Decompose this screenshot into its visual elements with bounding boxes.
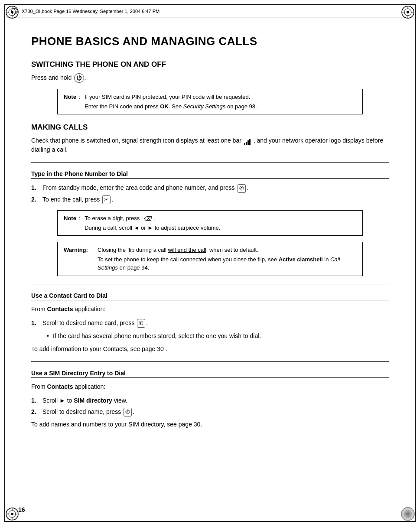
type-number-note-box: Note: To erase a digit, press ⌫. During … <box>57 210 363 236</box>
making-calls-body: Check that phone is switched on, signal … <box>31 136 389 154</box>
contact-card-step-1: 1. Scroll to desired name card, press ✆. <box>31 318 389 328</box>
sim-directory-steps: 1. Scroll ► to SIM directory view. 2. Sc… <box>31 396 389 417</box>
subsection-heading-contact-card: Use a Contact Card to Dial <box>31 292 389 300</box>
section-heading-switching: SWITCHING THE PHONE ON AND OFF <box>31 60 389 69</box>
corner-decoration-br <box>400 506 416 522</box>
contact-card-steps: 1. Scroll to desired name card, press ✆. <box>31 318 389 328</box>
corner-decoration-bl <box>4 506 20 522</box>
sim-directory-footer: To add names and numbers to your SIM dir… <box>31 420 389 429</box>
svg-point-9 <box>407 11 409 13</box>
svg-rect-38 <box>247 140 249 145</box>
svg-rect-36 <box>244 143 245 145</box>
end-call-button-icon: ✂ <box>102 195 111 204</box>
switching-note-line2: Enter the PIN code and press OK. See Sec… <box>85 102 257 111</box>
power-button-icon: ⏻ <box>74 73 84 83</box>
sim-directory-step-2: 2. Scroll to desired name, press ✆. <box>31 407 389 416</box>
call-button-icon-1: ✆ <box>238 184 246 193</box>
svg-point-2 <box>11 11 13 13</box>
contact-card-footer: To add information to your Contacts, see… <box>31 345 389 354</box>
sim-directory-intro: From Contacts application: <box>31 382 389 391</box>
page-border: X700_OI.book Page 16 Wednesday, Septembe… <box>4 4 416 522</box>
switching-note-line1: If your SIM card is PIN protected, your … <box>85 93 257 101</box>
corner-decoration-tl <box>4 4 20 20</box>
page-content: PHONE BASICS AND MANAGING CALLS SWITCHIN… <box>5 17 415 451</box>
type-number-note-line1: To erase a digit, press ⌫. <box>85 214 220 223</box>
divider-type-number <box>31 162 389 163</box>
subsection-heading-sim-directory: Use a SIM Directory Entry to Dial <box>31 370 389 378</box>
type-number-step-1: 1. From standby mode, enter the area cod… <box>31 183 389 192</box>
switching-body: Press and hold ⏻. <box>31 73 389 83</box>
contact-card-bullets: If the card has several phone numbers st… <box>47 331 389 341</box>
call-button-icon-3: ✆ <box>124 408 132 416</box>
contact-card-intro: From Contacts application: <box>31 305 389 314</box>
type-number-note-label: Note <box>64 214 76 232</box>
type-number-step-2: 2. To end the call, press ✂. <box>31 195 389 204</box>
main-title: PHONE BASICS AND MANAGING CALLS <box>31 35 389 48</box>
divider-sim-directory <box>31 361 389 362</box>
header-bar: X700_OI.book Page 16 Wednesday, Septembe… <box>5 5 415 17</box>
page-number: 16 <box>18 506 25 513</box>
erase-digit-icon: ⌫ <box>142 215 153 223</box>
contact-card-bullet-1: If the card has several phone numbers st… <box>47 331 389 341</box>
sim-directory-step-1: 1. Scroll ► to SIM directory view. <box>31 396 389 405</box>
header-text: X700_OI.book Page 16 Wednesday, Septembe… <box>22 9 160 14</box>
subsection-heading-type-number: Type in the Phone Number to Dial <box>31 170 389 179</box>
warning-box: Warning: Closing the flip during a call … <box>57 242 363 276</box>
warning-label: Warning: <box>64 246 95 272</box>
switching-note-label: Note <box>64 93 76 111</box>
warning-line2: To set the phone to keep the call connec… <box>98 255 356 272</box>
signal-bar-icon <box>244 137 253 145</box>
corner-decoration-tr <box>400 4 416 20</box>
svg-point-17 <box>11 513 13 515</box>
type-number-steps: 1. From standby mode, enter the area cod… <box>31 183 389 204</box>
type-number-note-line2: During a call, scroll ◄ or ► to adjust e… <box>85 224 220 232</box>
warning-line1: Closing the flip during a call will end … <box>98 246 356 254</box>
svg-rect-39 <box>249 139 251 145</box>
switching-note-box: Note: If your SIM card is PIN protected,… <box>57 89 363 114</box>
divider-contact-card <box>31 284 389 284</box>
call-button-icon-2: ✆ <box>137 319 145 328</box>
section-heading-making-calls: MAKING CALLS <box>31 123 389 132</box>
svg-rect-37 <box>246 142 247 145</box>
